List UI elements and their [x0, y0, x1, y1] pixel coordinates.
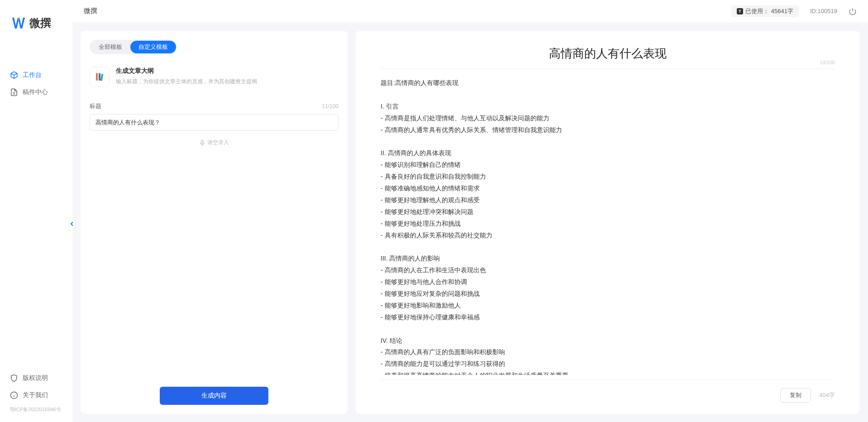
- tabs: 全部模板 自定义模板: [90, 40, 177, 54]
- right-panel: 高情商的人有什么表现 10/100 题目:高情商的人有哪些表现 I. 引言 - …: [356, 31, 860, 414]
- title-input[interactable]: [90, 114, 339, 131]
- usage-badge[interactable]: T 已使用： 45641字: [731, 5, 799, 17]
- footer-item-copyright[interactable]: 版权说明: [0, 370, 72, 387]
- nav-item-label: 稿件中心: [23, 88, 48, 96]
- template-title: 生成文章大纲: [116, 67, 339, 75]
- nav-item-drafts[interactable]: 稿件中心: [0, 84, 72, 101]
- icp-text: 鄂ICP备2022016946号: [0, 404, 72, 415]
- mic-icon: [199, 140, 205, 146]
- usage-label: 已使用：: [745, 7, 769, 15]
- logo-icon: [11, 16, 26, 30]
- nav-item-label: 工作台: [23, 71, 42, 79]
- document-icon: [10, 88, 18, 96]
- shield-icon: [10, 374, 18, 382]
- form-section: 标题 11/100 请空录入: [90, 102, 339, 147]
- template-card: 生成文章大纲 输入标题，为你提供文章主体的灵感，并为其创建推文提纲: [90, 63, 339, 98]
- nav-item-workspace[interactable]: 工作台: [0, 66, 72, 84]
- doc-title-row: 高情商的人有什么表现 10/100: [381, 42, 835, 65]
- tab-all-templates[interactable]: 全部模板: [91, 41, 130, 53]
- copy-button[interactable]: 复制: [780, 388, 811, 403]
- sidebar-footer: 版权说明 关于我们 鄂ICP备2022016946号: [0, 370, 72, 422]
- text-icon: T: [737, 8, 743, 14]
- doc-footer: 复制 404字: [381, 379, 835, 403]
- doc-title[interactable]: 高情商的人有什么表现: [381, 42, 835, 65]
- voice-input-row[interactable]: 请空录入: [90, 139, 339, 147]
- user-id: ID:100519: [810, 8, 837, 14]
- voice-label: 请空录入: [207, 139, 229, 147]
- header: 微撰 T 已使用： 45641字 ID:100519: [72, 0, 868, 23]
- logo-text: 微撰: [29, 16, 51, 30]
- template-info: 生成文章大纲 输入标题，为你提供文章主体的灵感，并为其创建推文提纲: [116, 67, 339, 87]
- logo[interactable]: 微撰: [0, 9, 72, 44]
- sidebar: 微撰 工作台 稿件中心 版权说明 关于我们 鄂ICP备2022016946号: [0, 0, 72, 422]
- form-label: 标题: [90, 102, 101, 110]
- power-icon[interactable]: [849, 7, 857, 15]
- doc-divider: [381, 69, 835, 69]
- template-icon: [90, 67, 110, 87]
- form-row: 标题 11/100: [90, 102, 339, 110]
- collapse-handle[interactable]: [69, 217, 77, 231]
- word-count: 404字: [819, 391, 835, 399]
- header-right: T 已使用： 45641字 ID:100519: [731, 5, 857, 17]
- tab-custom-templates[interactable]: 自定义模板: [130, 41, 176, 53]
- cube-icon: [10, 71, 18, 79]
- footer-item-label: 版权说明: [23, 374, 48, 382]
- main: 微撰 T 已使用： 45641字 ID:100519 全部模板 自定义模板: [72, 0, 868, 422]
- generate-button[interactable]: 生成内容: [160, 387, 268, 405]
- nav: 工作台 稿件中心: [0, 44, 72, 370]
- footer-item-label: 关于我们: [23, 391, 48, 399]
- doc-body[interactable]: 题目:高情商的人有哪些表现 I. 引言 - 高情商是指人们处理情绪、与他人互动以…: [381, 77, 835, 375]
- left-panel: 全部模板 自定义模板 生成文章大纲 输入标题，为你提供文章主体的灵感，并为其创建…: [81, 31, 348, 414]
- template-desc: 输入标题，为你提供文章主体的灵感，并为其创建推文提纲: [116, 78, 339, 85]
- header-title: 微撰: [84, 7, 97, 15]
- usage-value: 45641字: [771, 7, 793, 15]
- footer-item-about[interactable]: 关于我们: [0, 387, 72, 404]
- doc-title-counter: 10/100: [820, 60, 835, 65]
- chevron-left-icon: [69, 217, 77, 231]
- info-icon: [10, 391, 18, 399]
- form-counter: 11/100: [322, 103, 339, 109]
- content: 全部模板 自定义模板 生成文章大纲 输入标题，为你提供文章主体的灵感，并为其创建…: [72, 23, 868, 422]
- books-icon: [94, 71, 105, 82]
